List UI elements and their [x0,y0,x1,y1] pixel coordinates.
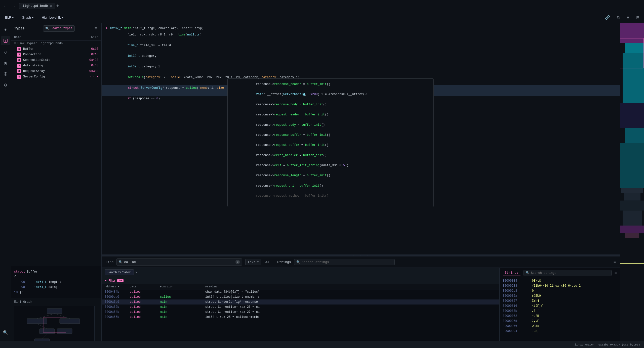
strings-tab[interactable]: Strings [503,270,520,276]
string-val-9: w2$s [532,324,617,328]
sidebar-icon-settings[interactable]: ⚙ [1,80,10,90]
new-tab-button[interactable]: + [56,3,59,9]
strings-search-wrapper[interactable]: 🔍 [294,259,395,265]
graph-menu-button[interactable]: Graph ▾ [20,15,36,20]
result-func-5: main [160,315,205,319]
result-row-1[interactable]: 00009ea0 calloc calloc int64_t calloc(si… [102,294,499,299]
result-row-4[interactable]: 0000a54b calloc main struct Connection* … [102,310,499,315]
elf-menu-button[interactable]: ELF ▾ [3,15,16,20]
string-row-4[interactable]: 00000807 Zmh4 [500,298,620,303]
copy-button[interactable]: ⧉ [616,14,621,21]
type-size-serverconfig: · · · [83,75,98,78]
find-input[interactable] [124,260,234,264]
sidebar-icon-star[interactable]: ✦ [1,25,10,34]
hlil-menu-button[interactable]: High Level IL ▾ [40,15,66,20]
popup-line-9: response->crlf = buffer_init_string(&dat… [231,163,430,173]
svg-rect-20 [623,53,644,103]
string-addr-9: 00000976 [503,324,528,328]
type-item-datastring[interactable]: S data_string 0x48 [11,63,101,68]
results-table-header: Address ▼ Data Function Preview [102,284,499,289]
type-item-requestarray[interactable]: S RequestArray 0x388 [11,68,101,74]
file-tab[interactable]: lighttpd.bndb × [19,3,55,9]
sidebar-icon-crossref[interactable] [1,69,10,78]
string-addr-5: 00000816 [503,304,528,308]
popup-line-6: response->response_buffer = buffer_init(… [231,133,430,143]
find-label: Find [106,260,113,264]
strings-search-input[interactable] [302,260,392,264]
filter-label: Filter [108,279,115,282]
struct-close: 10 }; [14,290,98,295]
sidebar-icon-location[interactable]: ◉ [1,58,10,67]
mini-graph-title: Mini Graph [14,300,98,304]
type-badge-requestarray: S [17,69,21,73]
global-menu-button[interactable]: ≡ [625,14,631,21]
sidebar-icon-search[interactable]: 🔍 [1,328,10,337]
types-menu-button[interactable]: ≡ [93,25,98,32]
struct-preview: struct Buffer { 00 int64_t length; 08 in… [11,266,101,298]
sidebar-icon-types[interactable]: T [1,36,10,45]
main-layout: ✦ T ◇ ◉ ⚙ 🔍 ⊞ Types 🔍 Search types [0,23,644,348]
tab-close-button[interactable]: × [50,4,52,8]
result-row-3[interactable]: 0000a52b calloc main struct Connection* … [102,304,499,310]
text-type-arrow: ▾ [257,260,259,264]
group-chevron: ▼ [14,42,16,45]
types-panel: Types 🔍 Search types ≡ Name Size ▼ User … [11,23,102,348]
forward-button[interactable]: → [10,3,17,9]
results-area: Search for 'calloc' × ▶ Filter 50 Addres… [102,268,620,348]
string-val-7: ~d?R [532,314,617,318]
filter-button[interactable]: Filter [108,279,115,282]
find-clear-button[interactable]: × [235,260,240,264]
sidebar-icon-tag[interactable]: ◇ [1,47,10,56]
svg-rect-28 [620,226,644,233]
strings-search[interactable]: 🔍 [524,270,612,276]
string-row-1[interactable]: 00000238 /lib64/ld-linux-x86-64.so.2 [500,283,620,288]
search-for-button[interactable]: Search for 'calloc' [105,269,134,275]
case-sensitive-button[interactable]: Aa [264,259,270,265]
svg-rect-29 [625,233,639,238]
expand-button[interactable]: ⊞ [635,14,641,21]
strings-panel-menu[interactable]: ≡ [615,271,617,275]
svg-rect-5 [47,309,62,314]
result-data-2: calloc [130,300,160,304]
type-item-connection[interactable]: S Connection 0x18 [11,52,101,57]
result-row-0[interactable]: 0000484b calloc char data_484b[0x7] = "c… [102,289,499,294]
search-types-input[interactable]: 🔍 Search types [43,25,74,32]
strings-search-field[interactable] [531,271,609,275]
search-for-close-button[interactable]: × [135,270,137,274]
string-row-0[interactable]: 00000034 @B\t@ [500,278,620,283]
string-row-5[interactable]: 00000816 \tJF)V [500,303,620,309]
return-type: int32_t [109,26,124,31]
text-type-dropdown[interactable]: Text ▾ [245,259,261,265]
string-row-6[interactable]: 0000083b ,E-` [500,309,620,314]
string-row-10[interactable]: 00000994 -D8, [500,329,620,334]
types-group-header[interactable]: ▼ User Types: lighttpd.bndb [11,41,101,46]
string-row-3[interactable]: 0000032a (@Z%0 [500,293,620,298]
nav-arrows: ← → [2,3,17,9]
result-row-2[interactable]: 0000a3a9 calloc main struct ServerConfig… [102,299,499,304]
back-button[interactable]: ← [2,3,9,9]
string-row-7[interactable]: 00000072 ~d?R [500,314,620,319]
search-for-tag: Search for 'calloc' × [102,268,499,277]
type-item-serverconfig[interactable]: S ServerConfig · · · [11,74,101,79]
hlil-dropdown-arrow: ▾ [62,16,64,19]
result-row-5[interactable]: 0000a56b calloc main int64_t rax_25 = ca… [102,315,499,320]
result-preview-5: int64_t rax_25 = calloc(nmemb: [205,315,496,319]
svg-rect-22 [625,128,644,143]
strings-tab-label[interactable]: Strings [277,260,291,264]
string-row-2[interactable]: 000002c3 @ [500,288,620,293]
find-search-icon: 🔍 [119,260,123,264]
strings-menu-button[interactable]: ≡ [614,260,616,264]
type-item-connectionstate[interactable]: S ConnectionState 0x428 [11,57,101,63]
string-row-9[interactable]: 00000976 w2$s [500,324,620,329]
popup-line-12: response->request_method = buffer_init() [231,193,430,203]
code-line-1: field, rcx, rdx, r8_1, r9 = time(nullptr… [102,32,620,42]
col-name-header: Name [14,35,83,39]
code-content: ⊕ int32_t main (int32_t argc, char** arg… [102,23,620,254]
type-item-buffer[interactable]: S Buffer 0x10 [11,46,101,52]
type-length: int64_t [34,280,49,284]
find-input-wrapper[interactable]: 🔍 × [116,258,242,266]
string-row-8[interactable]: 0000096d Jy.F [500,319,620,324]
link-button[interactable]: 🔗 [603,14,612,21]
result-data-1: calloc [130,295,160,299]
search-types-icon: 🔍 [45,27,49,30]
